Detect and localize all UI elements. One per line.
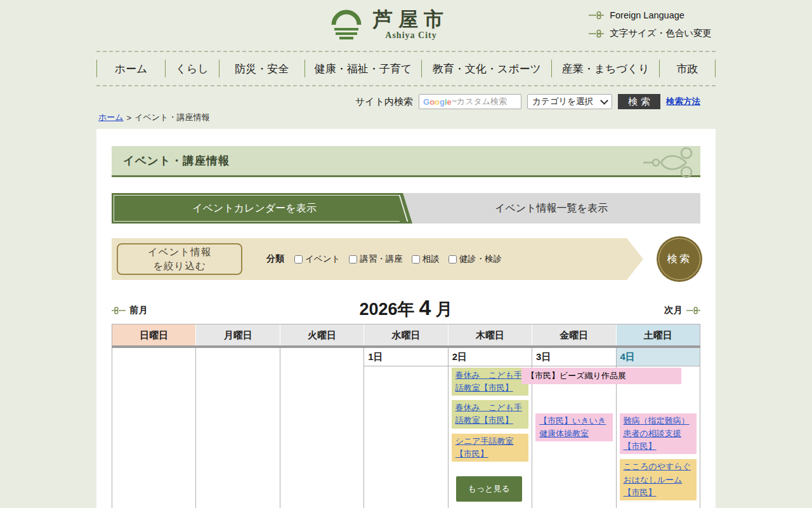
event-link[interactable]: 春休み こども手話教室【市民】: [452, 368, 528, 396]
site-logo[interactable]: 芦屋市 Ashiya City: [329, 5, 449, 43]
city-name-en: Ashiya City: [385, 30, 436, 41]
foreign-language-link[interactable]: Foreign Language: [589, 10, 712, 20]
filter-checkbox-consult[interactable]: [412, 255, 420, 264]
filter-options: イベント 講習・講座 相談 健診・検診: [294, 253, 502, 265]
flourish-icon: [589, 11, 604, 20]
tab-event-calendar[interactable]: イベントカレンダーを表示: [112, 193, 412, 224]
filter-option-event-label: イベント: [305, 253, 340, 265]
nav-item-bousai[interactable]: 防災・安全: [219, 53, 304, 84]
nav-item-kyouiku[interactable]: 教育・文化・スポーツ: [422, 53, 551, 84]
filter-option-consult[interactable]: 相談: [412, 253, 440, 265]
text-size-color-label: 文字サイズ・色合い変更: [610, 27, 712, 39]
calendar-month-suffix: 月: [436, 298, 453, 321]
filter-search-button[interactable]: 検索: [657, 236, 702, 282]
city-name-block: 芦屋市 Ashiya City: [373, 8, 449, 40]
calendar-week-row: 1日 2日 春休み こども手話教室【市民】 春休み こども手話教室【市民】 シニ…: [112, 348, 700, 508]
event-title[interactable]: こころのやすらぐおはなしルーム【市民】: [624, 462, 691, 497]
event-title[interactable]: シニア手話教室【市民】: [455, 436, 514, 458]
site-search-input[interactable]: Google™カスタム検索: [419, 94, 521, 109]
category-select-value: カテゴリを選択: [532, 96, 593, 107]
day-header-monday: 月曜日: [196, 324, 280, 345]
breadcrumb-home-link[interactable]: ホーム: [98, 112, 124, 123]
next-month-label: 次月: [664, 304, 683, 316]
event-link[interactable]: 春休み こども手話教室【市民】: [452, 400, 528, 428]
event-calendar: 日曜日 月曜日 火曜日 水曜日 木曜日 金曜日 土曜日 1日 2日 春休み こど…: [112, 324, 700, 508]
page-title-banner: イベント・講座情報: [112, 146, 700, 177]
date-label-4: 4日: [617, 348, 700, 366]
calendar-nav: 前月 2026年 4 月 次月: [112, 295, 700, 323]
multi-day-event-link[interactable]: 【市民】ビーズ織り作品展: [521, 368, 681, 384]
calendar-cell-monday: [196, 348, 280, 508]
filter-option-consult-label: 相談: [422, 253, 440, 265]
calendar-header-row: 日曜日 月曜日 火曜日 水曜日 木曜日 金曜日 土曜日: [112, 324, 700, 345]
breadcrumb-current: イベント・講座情報: [134, 112, 209, 123]
date-label-3: 3日: [532, 348, 615, 366]
tab-event-list-label: イベント情報一覧を表示: [495, 202, 608, 215]
filter-category-label: 分類: [266, 253, 284, 265]
filter-option-course[interactable]: 講習・講座: [349, 253, 403, 265]
site-search-bar: サイト内検索 Google™カスタム検索 カテゴリを選択 検索 検索方法: [96, 94, 700, 109]
next-flourish-icon: [686, 306, 700, 315]
nav-item-home[interactable]: ホーム: [97, 53, 165, 84]
page: 芦屋市 Ashiya City Foreign Language 文字サイズ・色…: [0, 0, 812, 508]
breadcrumb-separator: >: [127, 113, 132, 123]
day-header-saturday: 土曜日: [617, 324, 700, 345]
flourish-ornament: [641, 146, 695, 179]
more-events-button[interactable]: もっと見る: [456, 476, 522, 502]
category-select[interactable]: カテゴリを選択: [527, 94, 612, 109]
site-search-label: サイト内検索: [355, 96, 413, 108]
event-title[interactable]: 春休み こども手話教室【市民】: [455, 370, 522, 392]
calendar-cell-sunday: [112, 348, 196, 508]
calendar-month-title: 2026年 4 月: [112, 295, 700, 321]
flourish-icon: [589, 29, 604, 38]
nav-item-sangyou[interactable]: 産業・まちづくり: [552, 53, 659, 84]
day-header-thursday: 木曜日: [449, 324, 532, 345]
divider: [96, 85, 716, 86]
header-utility-links: Foreign Language 文字サイズ・色合い変更: [589, 10, 712, 39]
event-link[interactable]: こころのやすらぐおはなしルーム【市民】: [620, 459, 697, 500]
next-month-button[interactable]: 次月: [664, 304, 700, 316]
nav-item-shisei[interactable]: 市政: [660, 53, 715, 84]
day-header-wednesday: 水曜日: [364, 324, 448, 345]
view-tabs: イベント情報一覧を表示 イベントカレンダーを表示: [112, 193, 700, 224]
city-name: 芦屋市: [373, 8, 449, 31]
chevron-down-icon: [600, 97, 608, 105]
filter-checkbox-event[interactable]: [294, 255, 303, 264]
filter-option-course-label: 講習・講座: [360, 253, 403, 265]
day-header-tuesday: 火曜日: [280, 324, 364, 345]
nav-item-kurashi[interactable]: くらし: [166, 53, 219, 84]
event-link[interactable]: 難病（指定難病）患者の相談支援【市民】: [620, 413, 697, 454]
tab-event-list[interactable]: イベント情報一覧を表示: [402, 193, 700, 224]
calendar-cell-wednesday: 1日: [364, 348, 448, 508]
filter-checkbox-course[interactable]: [349, 255, 357, 264]
day-header-friday: 金曜日: [532, 324, 616, 345]
filter-option-event[interactable]: イベント: [294, 253, 340, 265]
date-label-1: 1日: [364, 348, 447, 366]
filter-checkbox-checkup[interactable]: [449, 255, 457, 264]
event-link[interactable]: シニア手話教室【市民】: [452, 434, 528, 462]
search-help-link[interactable]: 検索方法: [666, 96, 700, 107]
page-title: イベント・講座情報: [123, 153, 230, 168]
tab-event-calendar-label: イベントカレンダーを表示: [192, 202, 316, 215]
event-title[interactable]: 難病（指定難病）患者の相談支援【市民】: [624, 416, 690, 451]
text-size-color-link[interactable]: 文字サイズ・色合い変更: [589, 27, 712, 39]
calendar-year: 2026年: [360, 298, 415, 321]
site-search-button[interactable]: 検索: [618, 94, 660, 109]
event-link[interactable]: 【市民】いきいき健康体操教室: [535, 413, 612, 441]
content-panel: イベント・講座情報 イベント情報一覧を表示 イベントカレンダーを表示: [96, 129, 716, 508]
filter-title-box: イベント情報 を絞り込む: [117, 243, 242, 275]
foreign-language-label: Foreign Language: [610, 10, 684, 20]
main-nav: ホーム くらし 防災・安全 健康・福祉・子育て 教育・文化・スポーツ 産業・まち…: [96, 53, 716, 84]
filter-title-line1: イベント情報: [148, 245, 211, 259]
calendar-month: 4: [419, 295, 431, 320]
nav-item-kenkou[interactable]: 健康・福祉・子育て: [305, 53, 422, 84]
filter-option-checkup[interactable]: 健診・検診: [449, 253, 502, 265]
calendar-cell-tuesday: [280, 348, 364, 508]
calendar-cell-thursday: 2日 春休み こども手話教室【市民】 春休み こども手話教室【市民】 シニア手話…: [449, 348, 532, 508]
event-title[interactable]: 【市民】ビーズ織り作品展: [527, 371, 626, 380]
search-placeholder: カスタム検索: [457, 96, 507, 107]
event-title[interactable]: 【市民】いきいき健康体操教室: [539, 416, 606, 438]
event-title[interactable]: 春休み こども手話教室【市民】: [455, 403, 522, 425]
date-label-2: 2日: [449, 348, 532, 366]
event-filter-bar: イベント情報 を絞り込む 分類 イベント 講習・講座 相談: [112, 238, 643, 280]
